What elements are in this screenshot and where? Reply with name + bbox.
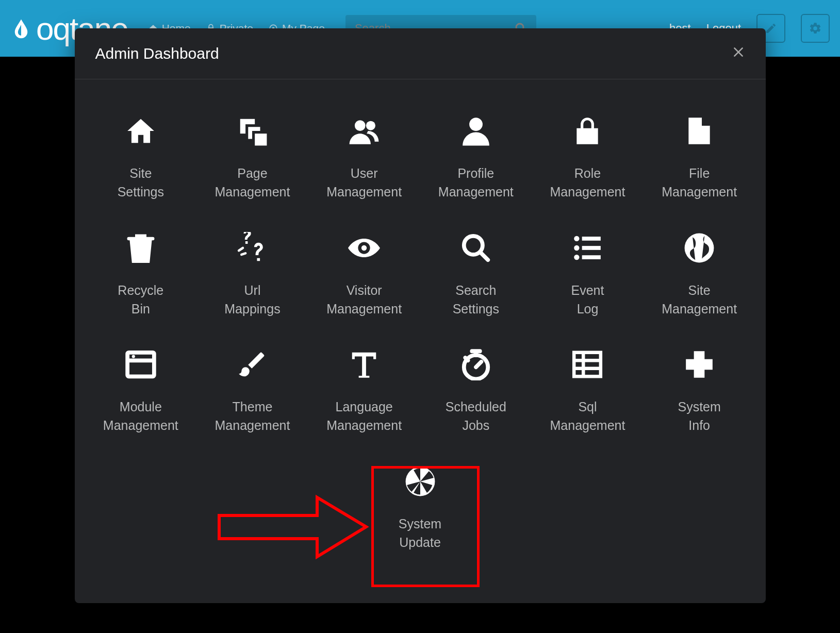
dash-label: Page Management: [215, 164, 290, 202]
dash-label: User Management: [326, 164, 402, 202]
window-icon: [125, 344, 157, 385]
settings-button[interactable]: [801, 14, 830, 43]
close-button[interactable]: [732, 45, 745, 62]
dash-label: Site Management: [662, 281, 737, 319]
list-icon: [571, 227, 603, 269]
dash-item-system-update[interactable]: System Update: [366, 456, 474, 568]
modal-title: Admin Dashboard: [95, 45, 219, 62]
dash-item-theme-management[interactable]: Theme Management: [198, 339, 306, 451]
dash-item-visitor-management[interactable]: Visitor Management: [310, 222, 418, 334]
modal-body: Site SettingsPage ManagementUser Managem…: [75, 79, 766, 593]
dash-item-scheduled-jobs[interactable]: Scheduled Jobs: [422, 339, 530, 451]
plus-icon: [683, 344, 715, 385]
dash-item-search-settings[interactable]: Search Settings: [422, 222, 530, 334]
lock-icon: [571, 110, 603, 152]
dash-item-role-management[interactable]: Role Management: [533, 105, 641, 217]
dash-label: Language Management: [326, 397, 402, 435]
dash-label: Visitor Management: [326, 281, 402, 319]
dash-item-language-management[interactable]: Language Management: [310, 339, 418, 451]
dash-item-url-mappings[interactable]: Url Mappings: [198, 222, 306, 334]
dash-label: System Info: [678, 397, 720, 435]
dash-item-user-management[interactable]: User Management: [310, 105, 418, 217]
dash-item-site-management[interactable]: Site Management: [645, 222, 753, 334]
dash-label: File Management: [662, 164, 737, 202]
dash-label: Module Management: [103, 397, 178, 435]
dash-item-profile-management[interactable]: Profile Management: [422, 105, 530, 217]
dash-label: Url Mappings: [224, 281, 280, 319]
dash-item-recycle-bin[interactable]: Recycle Bin: [87, 222, 195, 334]
dash-label: Search Settings: [453, 281, 499, 319]
home-icon: [125, 110, 157, 152]
dash-item-module-management[interactable]: Module Management: [87, 339, 195, 451]
dash-item-site-settings[interactable]: Site Settings: [87, 105, 195, 217]
pencil-icon: [765, 22, 777, 35]
search-icon: [460, 227, 492, 269]
dash-label: Theme Management: [215, 397, 290, 435]
eye-icon: [348, 227, 380, 269]
question-icon: [236, 227, 268, 269]
users-icon: [348, 110, 380, 152]
person-icon: [460, 110, 492, 152]
logo-drop-icon: [10, 15, 32, 42]
text-icon: [348, 344, 380, 385]
dash-label: Role Management: [550, 164, 625, 202]
gear-icon: [809, 22, 822, 35]
dash-label: Site Settings: [118, 164, 164, 202]
dash-label: Scheduled Jobs: [446, 397, 506, 435]
dash-item-event-log[interactable]: Event Log: [533, 222, 641, 334]
dash-item-page-management[interactable]: Page Management: [198, 105, 306, 217]
trash-icon: [125, 227, 157, 269]
dash-label: Profile Management: [438, 164, 514, 202]
aperture-icon: [404, 461, 436, 502]
dash-label: Recycle Bin: [118, 281, 163, 319]
globe-icon: [683, 227, 715, 269]
admin-dashboard-modal: Admin Dashboard Site SettingsPage Manage…: [75, 28, 766, 603]
dash-item-sql-management[interactable]: Sql Management: [533, 339, 641, 451]
file-icon: [683, 110, 715, 152]
brush-icon: [236, 344, 268, 385]
dash-label: Sql Management: [550, 397, 625, 435]
dash-item-system-info[interactable]: System Info: [645, 339, 753, 451]
layers-icon: [236, 110, 268, 152]
dash-label: Event Log: [571, 281, 604, 319]
dash-label: System Update: [399, 514, 441, 552]
close-icon: [732, 45, 745, 59]
modal-header: Admin Dashboard: [75, 28, 766, 79]
dash-item-file-management[interactable]: File Management: [645, 105, 753, 217]
spreadsheet-icon: [571, 344, 603, 385]
timer-icon: [460, 344, 492, 385]
